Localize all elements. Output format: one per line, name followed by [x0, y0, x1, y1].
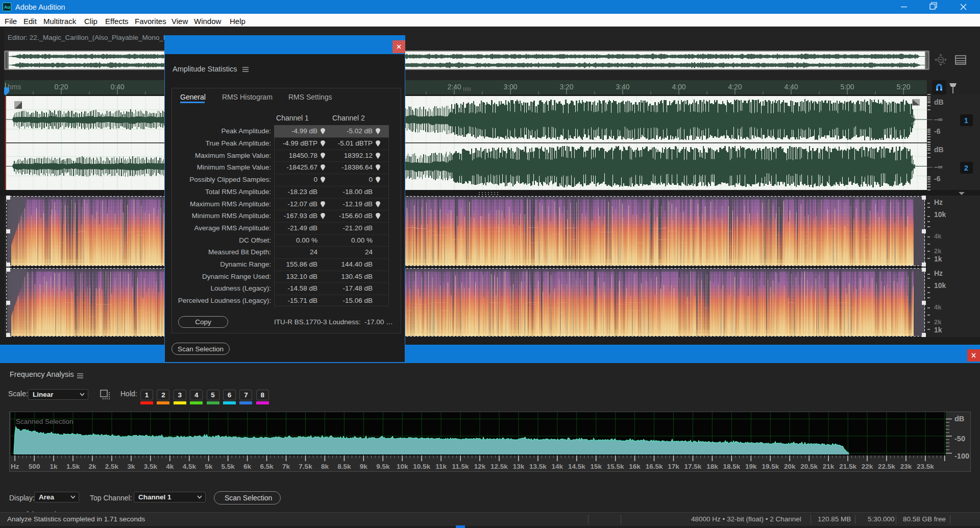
- svg-text:22k: 22k: [862, 463, 873, 470]
- svg-text:22.5k: 22.5k: [878, 463, 895, 470]
- svg-text:23.5k: 23.5k: [917, 463, 934, 470]
- svg-text:13k: 13k: [513, 463, 525, 470]
- svg-text:dB: dB: [954, 415, 964, 423]
- svg-text:9k: 9k: [360, 463, 368, 470]
- svg-text:7k: 7k: [282, 463, 290, 470]
- svg-text:12.5k: 12.5k: [491, 463, 508, 470]
- svg-text:6.5k: 6.5k: [260, 463, 274, 470]
- svg-text:-100: -100: [954, 452, 969, 460]
- svg-text:4k: 4k: [166, 463, 174, 470]
- svg-text:0:20: 0:20: [54, 83, 68, 91]
- svg-text:20k: 20k: [784, 463, 796, 470]
- svg-text:19k: 19k: [745, 463, 757, 470]
- svg-text:16k: 16k: [629, 463, 641, 470]
- svg-text:4:40: 4:40: [784, 83, 798, 91]
- svg-text:2.5k: 2.5k: [105, 463, 119, 470]
- svg-text:21.5k: 21.5k: [839, 463, 856, 470]
- svg-text:500: 500: [29, 463, 40, 470]
- svg-text:6k: 6k: [243, 463, 252, 470]
- svg-text:12k: 12k: [474, 463, 486, 470]
- svg-text:3:40: 3:40: [616, 83, 629, 91]
- svg-text:7.5k: 7.5k: [299, 463, 312, 470]
- svg-text:3:00: 3:00: [503, 83, 517, 91]
- svg-text:15.5k: 15.5k: [607, 463, 624, 470]
- svg-text:17k: 17k: [668, 463, 679, 470]
- svg-text:-50: -50: [954, 435, 965, 443]
- svg-text:23k: 23k: [900, 463, 912, 470]
- svg-text:11.5k: 11.5k: [452, 463, 470, 470]
- svg-text:18.5k: 18.5k: [723, 463, 741, 470]
- svg-text:15k: 15k: [590, 463, 602, 470]
- svg-text:5.5k: 5.5k: [222, 463, 235, 470]
- svg-text:13.5k: 13.5k: [529, 463, 547, 470]
- svg-text:4:00: 4:00: [672, 83, 685, 91]
- svg-text:hms: hms: [8, 83, 21, 91]
- svg-text:18k: 18k: [706, 463, 718, 470]
- svg-text:21k: 21k: [823, 463, 835, 470]
- svg-text:0:40: 0:40: [110, 83, 124, 91]
- svg-text:1k: 1k: [50, 463, 58, 470]
- svg-text:Hz: Hz: [11, 463, 19, 470]
- svg-text:17.5k: 17.5k: [684, 463, 702, 470]
- svg-text:3:20: 3:20: [559, 83, 573, 91]
- svg-text:14.5k: 14.5k: [568, 463, 585, 470]
- svg-text:10.5k: 10.5k: [413, 463, 430, 470]
- svg-text:Scanned Selection: Scanned Selection: [16, 418, 74, 425]
- svg-text:5k: 5k: [205, 463, 213, 470]
- svg-text:2k: 2k: [88, 463, 96, 470]
- svg-text:14k: 14k: [552, 463, 564, 470]
- svg-text:16.5k: 16.5k: [646, 463, 663, 470]
- svg-text:2:40: 2:40: [447, 83, 461, 91]
- svg-text:10k: 10k: [397, 463, 408, 470]
- svg-text:19.5k: 19.5k: [762, 463, 779, 470]
- svg-text:5:00: 5:00: [840, 83, 854, 91]
- svg-text:3.5k: 3.5k: [144, 463, 158, 470]
- svg-text:5:20: 5:20: [896, 83, 910, 91]
- svg-text:4.5k: 4.5k: [183, 463, 197, 470]
- svg-text:9.5k: 9.5k: [376, 463, 390, 470]
- svg-text:20.5k: 20.5k: [800, 463, 818, 470]
- svg-text:1.5k: 1.5k: [66, 463, 80, 470]
- svg-text:3k: 3k: [127, 463, 135, 470]
- svg-text:4:20: 4:20: [728, 83, 742, 91]
- svg-text:11k: 11k: [435, 463, 447, 470]
- svg-text:8.5k: 8.5k: [337, 463, 351, 470]
- svg-text:8k: 8k: [321, 463, 329, 470]
